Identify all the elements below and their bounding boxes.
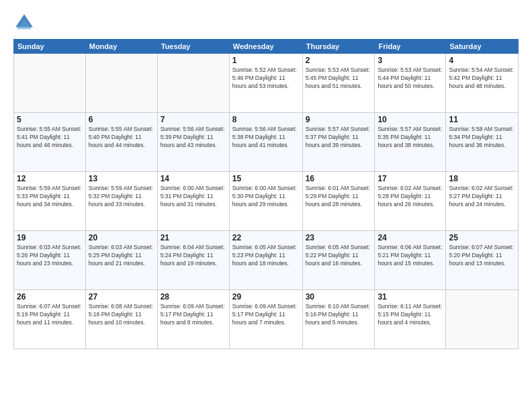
logo: [13, 12, 38, 34]
day-info: Sunrise: 6:02 AM Sunset: 5:28 PM Dayligh…: [378, 185, 443, 209]
calendar: SundayMondayTuesdayWednesdayThursdayFrid…: [13, 39, 519, 349]
day-info: Sunrise: 5:57 AM Sunset: 5:37 PM Dayligh…: [306, 126, 372, 150]
day-number: 17: [378, 174, 443, 183]
day-number: 21: [161, 233, 226, 242]
calendar-cell: 1Sunrise: 5:52 AM Sunset: 5:46 PM Daylig…: [229, 54, 302, 113]
day-info: Sunrise: 5:59 AM Sunset: 5:32 PM Dayligh…: [89, 185, 154, 209]
day-info: Sunrise: 6:03 AM Sunset: 5:26 PM Dayligh…: [17, 244, 83, 268]
day-info: Sunrise: 5:56 AM Sunset: 5:39 PM Dayligh…: [161, 126, 226, 150]
calendar-cell: 27Sunrise: 6:08 AM Sunset: 5:18 PM Dayli…: [85, 290, 157, 349]
calendar-cell: [14, 54, 86, 113]
day-number: 8: [232, 115, 300, 124]
calendar-week-row: 19Sunrise: 6:03 AM Sunset: 5:26 PM Dayli…: [14, 231, 519, 290]
day-number: 6: [89, 115, 154, 124]
calendar-cell: 2Sunrise: 5:53 AM Sunset: 5:45 PM Daylig…: [302, 54, 375, 113]
day-info: Sunrise: 6:07 AM Sunset: 5:19 PM Dayligh…: [17, 303, 83, 327]
day-number: 29: [232, 292, 300, 302]
day-number: 10: [378, 115, 443, 124]
day-info: Sunrise: 6:09 AM Sunset: 5:17 PM Dayligh…: [232, 303, 300, 327]
day-number: 7: [161, 115, 226, 124]
day-number: 9: [306, 115, 372, 124]
calendar-cell: 9Sunrise: 5:57 AM Sunset: 5:37 PM Daylig…: [302, 113, 375, 172]
calendar-cell: [446, 290, 519, 349]
day-info: Sunrise: 6:04 AM Sunset: 5:24 PM Dayligh…: [161, 244, 226, 268]
day-info: Sunrise: 6:05 AM Sunset: 5:22 PM Dayligh…: [306, 244, 372, 268]
day-number: 28: [161, 292, 226, 302]
calendar-cell: 26Sunrise: 6:07 AM Sunset: 5:19 PM Dayli…: [14, 290, 86, 349]
calendar-cell: 21Sunrise: 6:04 AM Sunset: 5:24 PM Dayli…: [157, 231, 229, 290]
calendar-cell: 11Sunrise: 5:58 AM Sunset: 5:34 PM Dayli…: [446, 113, 519, 172]
weekday-header: Saturday: [446, 40, 519, 54]
calendar-cell: 7Sunrise: 5:56 AM Sunset: 5:39 PM Daylig…: [157, 113, 229, 172]
day-number: 26: [17, 292, 83, 302]
weekday-header-row: SundayMondayTuesdayWednesdayThursdayFrid…: [14, 40, 519, 54]
calendar-week-row: 5Sunrise: 5:55 AM Sunset: 5:41 PM Daylig…: [14, 113, 519, 172]
calendar-cell: 19Sunrise: 6:03 AM Sunset: 5:26 PM Dayli…: [14, 231, 86, 290]
calendar-cell: 6Sunrise: 5:55 AM Sunset: 5:40 PM Daylig…: [85, 113, 157, 172]
weekday-header: Friday: [375, 40, 446, 54]
day-number: 5: [17, 115, 83, 124]
calendar-cell: 22Sunrise: 6:05 AM Sunset: 5:23 PM Dayli…: [229, 231, 302, 290]
day-info: Sunrise: 6:06 AM Sunset: 5:21 PM Dayligh…: [378, 244, 443, 268]
calendar-cell: 17Sunrise: 6:02 AM Sunset: 5:28 PM Dayli…: [375, 172, 446, 231]
weekday-header: Wednesday: [229, 40, 302, 54]
calendar-cell: 4Sunrise: 5:54 AM Sunset: 5:42 PM Daylig…: [446, 54, 519, 113]
day-number: 11: [449, 115, 515, 124]
calendar-cell: 20Sunrise: 6:03 AM Sunset: 5:25 PM Dayli…: [85, 231, 157, 290]
day-info: Sunrise: 6:00 AM Sunset: 5:30 PM Dayligh…: [232, 185, 300, 209]
calendar-cell: 5Sunrise: 5:55 AM Sunset: 5:41 PM Daylig…: [14, 113, 86, 172]
day-info: Sunrise: 6:00 AM Sunset: 5:31 PM Dayligh…: [161, 185, 226, 209]
day-info: Sunrise: 5:55 AM Sunset: 5:40 PM Dayligh…: [89, 126, 154, 150]
calendar-cell: 8Sunrise: 5:56 AM Sunset: 5:38 PM Daylig…: [229, 113, 302, 172]
day-info: Sunrise: 5:53 AM Sunset: 5:44 PM Dayligh…: [378, 66, 443, 91]
calendar-cell: [85, 54, 157, 113]
day-number: 23: [306, 233, 372, 242]
calendar-cell: 23Sunrise: 6:05 AM Sunset: 5:22 PM Dayli…: [302, 231, 375, 290]
day-number: 3: [378, 56, 443, 65]
day-info: Sunrise: 5:55 AM Sunset: 5:41 PM Dayligh…: [17, 126, 83, 150]
calendar-cell: 25Sunrise: 6:07 AM Sunset: 5:20 PM Dayli…: [446, 231, 519, 290]
day-info: Sunrise: 6:11 AM Sunset: 5:15 PM Dayligh…: [378, 303, 443, 327]
day-number: 14: [161, 174, 226, 183]
day-info: Sunrise: 5:53 AM Sunset: 5:45 PM Dayligh…: [306, 66, 372, 91]
day-info: Sunrise: 6:08 AM Sunset: 5:18 PM Dayligh…: [89, 303, 154, 327]
day-number: 4: [449, 56, 515, 65]
calendar-cell: 30Sunrise: 6:10 AM Sunset: 5:16 PM Dayli…: [302, 290, 375, 349]
day-info: Sunrise: 5:52 AM Sunset: 5:46 PM Dayligh…: [232, 66, 300, 91]
day-number: 22: [232, 233, 300, 242]
day-info: Sunrise: 6:02 AM Sunset: 5:27 PM Dayligh…: [449, 185, 515, 209]
calendar-cell: 15Sunrise: 6:00 AM Sunset: 5:30 PM Dayli…: [229, 172, 302, 231]
day-number: 12: [17, 174, 83, 183]
calendar-week-row: 12Sunrise: 5:59 AM Sunset: 5:33 PM Dayli…: [14, 172, 519, 231]
calendar-cell: 3Sunrise: 5:53 AM Sunset: 5:44 PM Daylig…: [375, 54, 446, 113]
weekday-header: Sunday: [14, 40, 86, 54]
day-number: 13: [89, 174, 154, 183]
day-number: 31: [378, 292, 443, 302]
day-number: 25: [449, 233, 515, 242]
day-info: Sunrise: 5:56 AM Sunset: 5:38 PM Dayligh…: [232, 126, 300, 150]
day-info: Sunrise: 6:07 AM Sunset: 5:20 PM Dayligh…: [449, 244, 515, 268]
logo-icon: [13, 12, 35, 34]
calendar-cell: 18Sunrise: 6:02 AM Sunset: 5:27 PM Dayli…: [446, 172, 519, 231]
day-info: Sunrise: 6:05 AM Sunset: 5:23 PM Dayligh…: [232, 244, 300, 268]
calendar-cell: 31Sunrise: 6:11 AM Sunset: 5:15 PM Dayli…: [375, 290, 446, 349]
day-info: Sunrise: 6:10 AM Sunset: 5:16 PM Dayligh…: [306, 303, 372, 327]
day-number: 27: [89, 292, 154, 302]
day-info: Sunrise: 6:01 AM Sunset: 5:29 PM Dayligh…: [306, 185, 372, 209]
calendar-cell: 10Sunrise: 5:57 AM Sunset: 5:35 PM Dayli…: [375, 113, 446, 172]
day-info: Sunrise: 6:09 AM Sunset: 5:17 PM Dayligh…: [161, 303, 226, 327]
weekday-header: Tuesday: [157, 40, 229, 54]
day-info: Sunrise: 5:54 AM Sunset: 5:42 PM Dayligh…: [449, 66, 515, 91]
calendar-cell: 28Sunrise: 6:09 AM Sunset: 5:17 PM Dayli…: [157, 290, 229, 349]
day-number: 15: [232, 174, 300, 183]
calendar-cell: 12Sunrise: 5:59 AM Sunset: 5:33 PM Dayli…: [14, 172, 86, 231]
day-number: 18: [449, 174, 515, 183]
calendar-cell: 13Sunrise: 5:59 AM Sunset: 5:32 PM Dayli…: [85, 172, 157, 231]
page: SundayMondayTuesdayWednesdayThursdayFrid…: [0, 0, 532, 411]
calendar-cell: 14Sunrise: 6:00 AM Sunset: 5:31 PM Dayli…: [157, 172, 229, 231]
day-number: 20: [89, 233, 154, 242]
calendar-cell: 16Sunrise: 6:01 AM Sunset: 5:29 PM Dayli…: [302, 172, 375, 231]
day-number: 1: [232, 56, 300, 65]
day-info: Sunrise: 5:59 AM Sunset: 5:33 PM Dayligh…: [17, 185, 83, 209]
weekday-header: Thursday: [302, 40, 375, 54]
